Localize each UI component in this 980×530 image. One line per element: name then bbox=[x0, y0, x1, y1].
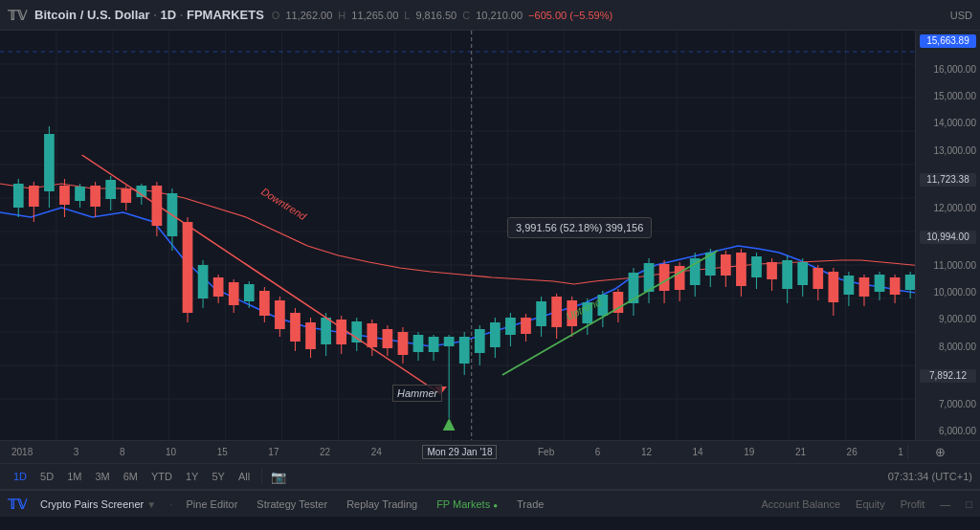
time-label: 22 bbox=[320, 447, 330, 457]
time-label: 10 bbox=[166, 447, 176, 457]
svg-rect-56 bbox=[213, 277, 224, 297]
svg-rect-64 bbox=[275, 300, 285, 329]
timeframe-1y[interactable]: 1Y bbox=[180, 469, 204, 484]
time-label: 21 bbox=[795, 447, 806, 457]
svg-rect-66 bbox=[290, 313, 301, 342]
svg-rect-86 bbox=[444, 337, 455, 346]
time-label: 26 bbox=[847, 447, 858, 457]
time-label: 14 bbox=[693, 447, 703, 457]
timeframe-all[interactable]: All bbox=[233, 469, 256, 484]
svg-rect-89 bbox=[459, 337, 470, 364]
svg-rect-141 bbox=[859, 277, 870, 297]
timeframe-6m[interactable]: 6M bbox=[118, 469, 144, 484]
time-label-highlighted: Mon 29 Jan '18 bbox=[422, 445, 497, 459]
price-axis: 15,663.89 16,000.00 15,000.00 14,000.00 … bbox=[915, 31, 980, 440]
svg-rect-38 bbox=[75, 187, 85, 201]
svg-rect-137 bbox=[828, 272, 838, 302]
price-level: 10,000.00 bbox=[920, 288, 976, 298]
svg-rect-76 bbox=[367, 323, 377, 347]
equity-label: Equity bbox=[856, 498, 885, 510]
svg-rect-125 bbox=[736, 253, 746, 286]
svg-rect-135 bbox=[813, 268, 823, 289]
price-level: 9,000.00 bbox=[920, 315, 976, 324]
timeframe-1m[interactable]: 1M bbox=[61, 469, 87, 484]
account-balance-label: Account Balance bbox=[762, 498, 841, 510]
bottom-toolbar: 1D 5D 1M 3M 6M YTD 1Y 5Y All 📷 07:31:34 … bbox=[0, 463, 980, 490]
time-label: 3 bbox=[74, 447, 79, 457]
candle-tooltip: 3,991.56 (52.18%) 399,156 bbox=[507, 217, 652, 238]
timeframe-5y[interactable]: 5Y bbox=[206, 469, 230, 484]
price-highlight-top: 15,663.89 bbox=[920, 34, 976, 48]
tv-brand: 𝕋𝕍 bbox=[8, 497, 27, 512]
time-label: 24 bbox=[371, 447, 382, 457]
svg-rect-60 bbox=[244, 284, 255, 301]
timeframe-3m[interactable]: 3M bbox=[89, 469, 115, 484]
replay-trading-tab[interactable]: Replay Trading bbox=[341, 497, 423, 512]
svg-rect-97 bbox=[521, 318, 531, 334]
svg-rect-129 bbox=[767, 262, 777, 279]
svg-rect-99 bbox=[536, 301, 546, 326]
status-bar: 𝕋𝕍 Crypto Pairs Screener ▼ · Pine Editor… bbox=[0, 490, 980, 517]
svg-line-156 bbox=[502, 251, 718, 375]
time-label: 6 bbox=[595, 447, 601, 457]
svg-rect-133 bbox=[797, 262, 808, 285]
svg-rect-95 bbox=[505, 318, 516, 335]
toolbar-separator bbox=[261, 469, 262, 484]
trade-tab[interactable]: Trade bbox=[511, 497, 549, 512]
currency-label: USD bbox=[950, 10, 972, 21]
price-level: 6,000.00 bbox=[920, 427, 976, 436]
profit-label: Profit bbox=[901, 498, 925, 510]
time-label: 1 bbox=[898, 447, 903, 457]
svg-rect-42 bbox=[105, 180, 116, 199]
svg-rect-32 bbox=[29, 186, 39, 207]
time-label: 17 bbox=[268, 447, 278, 457]
svg-rect-84 bbox=[429, 337, 439, 352]
svg-rect-74 bbox=[351, 321, 362, 342]
time-label: 2018 bbox=[11, 447, 33, 457]
svg-rect-147 bbox=[905, 275, 916, 290]
time-label: 8 bbox=[120, 447, 125, 457]
window-maximize[interactable]: □ bbox=[966, 498, 972, 510]
price-level: 12,000.00 bbox=[920, 204, 976, 213]
svg-rect-117 bbox=[675, 266, 685, 290]
svg-rect-68 bbox=[305, 322, 316, 349]
price-level: 13,000.00 bbox=[920, 146, 976, 156]
svg-rect-127 bbox=[751, 256, 762, 277]
timeframe-5d[interactable]: 5D bbox=[34, 469, 59, 484]
svg-rect-115 bbox=[659, 264, 670, 291]
svg-rect-82 bbox=[413, 335, 424, 352]
price-level: 7,000.00 bbox=[920, 400, 976, 409]
screener-tab[interactable]: Crypto Pairs Screener ▼ bbox=[34, 497, 162, 512]
fp-markets-tab[interactable]: FP Markets ● bbox=[431, 497, 503, 512]
screenshot-button[interactable]: 📷 bbox=[268, 466, 289, 487]
strategy-tester-tab[interactable]: Strategy Tester bbox=[251, 497, 333, 512]
price-level: 16,000.00 bbox=[920, 65, 976, 75]
price-highlight-7892: 7,892.12 bbox=[920, 369, 976, 383]
time-axis: 2018 3 8 10 15 17 22 24 Mon 29 Jan '18 F… bbox=[0, 440, 980, 463]
tv-logo: 𝕋𝕍 bbox=[8, 8, 27, 23]
account-info: Account Balance Equity Profit — □ bbox=[762, 498, 972, 510]
window-minimize[interactable]: — bbox=[940, 498, 950, 510]
svg-rect-62 bbox=[259, 291, 270, 316]
svg-rect-145 bbox=[890, 277, 901, 295]
zoom-icon[interactable]: ⊕ bbox=[935, 445, 946, 459]
svg-rect-72 bbox=[336, 320, 346, 344]
svg-rect-101 bbox=[551, 297, 562, 327]
svg-rect-123 bbox=[721, 254, 731, 276]
svg-rect-93 bbox=[490, 322, 501, 347]
svg-rect-70 bbox=[321, 318, 331, 344]
time-label: Feb bbox=[538, 447, 554, 457]
svg-rect-131 bbox=[782, 260, 792, 289]
price-level: 15,000.00 bbox=[920, 92, 976, 101]
ohlc-data: O 11,262.00 H 11,265.00 L 9,816.50 C 10,… bbox=[272, 10, 612, 21]
svg-rect-80 bbox=[398, 332, 409, 355]
time-label: 15 bbox=[217, 447, 228, 457]
price-highlight-11723: 11,723.38 bbox=[920, 173, 976, 187]
svg-marker-157 bbox=[443, 418, 456, 431]
timeframe-1d[interactable]: 1D bbox=[8, 469, 33, 484]
time-label: 12 bbox=[641, 447, 652, 457]
svg-rect-52 bbox=[183, 222, 193, 313]
pine-editor-tab[interactable]: Pine Editor bbox=[181, 497, 244, 512]
timeframe-ytd[interactable]: YTD bbox=[145, 469, 178, 484]
price-level: 14,000.00 bbox=[920, 119, 976, 128]
